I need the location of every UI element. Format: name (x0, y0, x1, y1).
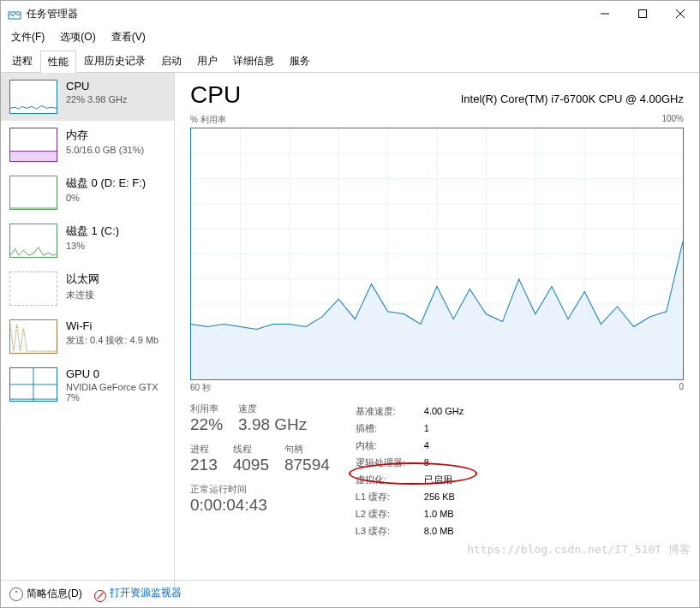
spec-core-k: 内核: (356, 437, 416, 454)
stat-thread-value: 4095 (233, 456, 269, 474)
menu-view[interactable]: 查看(V) (106, 28, 151, 46)
cpu-model: Intel(R) Core(TM) i7-6700K CPU @ 4.00GHz (461, 92, 684, 105)
spec-l1-v: 256 KB (424, 488, 455, 505)
tab-startup[interactable]: 启动 (153, 50, 189, 72)
spec-core-v: 4 (424, 437, 429, 454)
close-button[interactable] (661, 1, 699, 27)
sidebar-item-sub: 未连接 (66, 289, 99, 301)
spec-socket-v: 1 (424, 420, 429, 437)
stat-handle-label: 句柄 (284, 443, 330, 456)
spec-l1-k: L1 缓存: (356, 488, 416, 505)
stat-proc-label: 进程 (190, 443, 218, 456)
spec-lp-k: 逻辑处理器: (356, 454, 416, 471)
spec-l3-v: 8.0 MB (424, 522, 454, 539)
x-axis-right: 0 (679, 382, 684, 394)
sidebar-item-label: 以太网 (66, 271, 99, 287)
spec-l3-k: L3 缓存: (356, 522, 416, 539)
sidebar: CPU22% 3.98 GHz 内存5.0/16.0 GB (31%) 磁盘 0… (1, 73, 175, 588)
stat-speed-label: 速度 (238, 402, 307, 415)
stat-proc-value: 213 (190, 456, 218, 474)
maximize-button[interactable] (624, 1, 661, 27)
sidebar-item-sub: 22% 3.98 GHz (66, 94, 128, 104)
chevron-up-icon: ˄ (9, 587, 23, 601)
stat-uptime-label: 正常运行时间 (190, 483, 330, 496)
spec-virt-k: 虚拟化: (356, 471, 416, 488)
stat-speed-value: 3.98 GHz (238, 415, 307, 434)
sidebar-item-wifi[interactable]: Wi-Fi发送: 0.4 接收: 4.9 Mb (1, 313, 174, 361)
spec-base-v: 4.00 GHz (424, 402, 464, 420)
sidebar-item-label: 内存 (66, 128, 144, 143)
tab-performance[interactable]: 性能 (40, 51, 76, 73)
tab-details[interactable]: 详细信息 (225, 50, 282, 72)
sidebar-item-label: GPU 0 (66, 367, 167, 380)
sidebar-item-sub: NVIDIA GeForce GTX 7% (66, 382, 167, 402)
tab-strip: 进程 性能 应用历史记录 启动 用户 详细信息 服务 (1, 50, 699, 73)
sidebar-item-label: 磁盘 0 (D: E: F:) (66, 176, 146, 191)
spec-lp-v: 8 (424, 454, 429, 471)
menu-options[interactable]: 选项(O) (55, 28, 100, 46)
gpu-spark-icon (9, 367, 57, 402)
y-axis-max: 100% (661, 114, 684, 126)
tab-app-history[interactable]: 应用历史记录 (76, 50, 153, 72)
sidebar-item-gpu0[interactable]: GPU 0NVIDIA GeForce GTX 7% (1, 361, 174, 409)
stat-handle-value: 87594 (284, 456, 330, 474)
svg-rect-2 (639, 10, 647, 18)
stat-thread-label: 线程 (233, 443, 269, 456)
spec-l2-v: 1.0 MB (424, 505, 454, 522)
brief-toggle[interactable]: ˄简略信息(D) (9, 587, 82, 601)
menu-file[interactable]: 文件(F) (6, 28, 50, 46)
titlebar: 任务管理器 (1, 1, 699, 27)
app-icon (8, 7, 21, 21)
detail-pane: CPU Intel(R) Core(TM) i7-6700K CPU @ 4.0… (175, 73, 699, 588)
sidebar-item-disk0[interactable]: 磁盘 0 (D: E: F:)0% (1, 169, 174, 217)
stat-util-value: 22% (190, 415, 223, 434)
cpu-chart[interactable] (190, 128, 684, 380)
spec-table: 基准速度:4.00 GHz 插槽:1 内核:4 逻辑处理器:8 虚拟化:已启用 … (356, 402, 464, 539)
sidebar-item-label: CPU (66, 80, 128, 92)
memory-spark-icon (9, 128, 57, 162)
disk-spark-icon (9, 224, 57, 258)
sidebar-item-label: 磁盘 1 (C:) (66, 224, 119, 239)
menubar: 文件(F) 选项(O) 查看(V) (1, 27, 699, 50)
bottombar: ˄简略信息(D) 打开资源监视器 (1, 580, 699, 607)
tab-processes[interactable]: 进程 (4, 50, 40, 72)
spec-l2-k: L2 缓存: (356, 505, 416, 522)
sidebar-item-sub: 13% (66, 241, 119, 251)
sidebar-item-cpu[interactable]: CPU22% 3.98 GHz (1, 73, 174, 121)
window-title: 任务管理器 (27, 7, 586, 21)
disk-spark-icon (9, 176, 57, 210)
spec-socket-k: 插槽: (356, 420, 416, 437)
sidebar-item-ethernet[interactable]: 以太网未连接 (1, 265, 174, 313)
sidebar-item-sub: 0% (66, 193, 146, 203)
svg-rect-5 (10, 152, 57, 161)
spec-base-k: 基准速度: (356, 402, 416, 420)
ethernet-spark-icon (9, 271, 57, 306)
y-axis-label: % 利用率 (190, 114, 226, 126)
watermark: https://blog.csdn.net/IT_510T 博客 (467, 542, 691, 557)
sidebar-item-memory[interactable]: 内存5.0/16.0 GB (31%) (1, 121, 174, 169)
spec-virt-v: 已启用 (424, 471, 452, 488)
sidebar-item-label: Wi-Fi (66, 319, 159, 332)
sidebar-item-sub: 发送: 0.4 接收: 4.9 Mb (66, 334, 159, 347)
stat-uptime-value: 0:00:04:43 (190, 496, 330, 515)
resmon-icon (94, 590, 106, 602)
stat-util-label: 利用率 (190, 402, 223, 415)
sidebar-item-sub: 5.0/16.0 GB (31%) (66, 145, 144, 155)
sidebar-item-disk1[interactable]: 磁盘 1 (C:)13% (1, 217, 174, 265)
cpu-spark-icon (9, 80, 57, 114)
tab-users[interactable]: 用户 (189, 50, 225, 72)
minimize-button[interactable] (586, 1, 624, 27)
wifi-spark-icon (9, 319, 57, 354)
detail-title: CPU (190, 81, 241, 109)
tab-services[interactable]: 服务 (282, 50, 318, 72)
x-axis-left: 60 秒 (190, 382, 211, 394)
open-resmon[interactable]: 打开资源监视器 (94, 586, 182, 602)
